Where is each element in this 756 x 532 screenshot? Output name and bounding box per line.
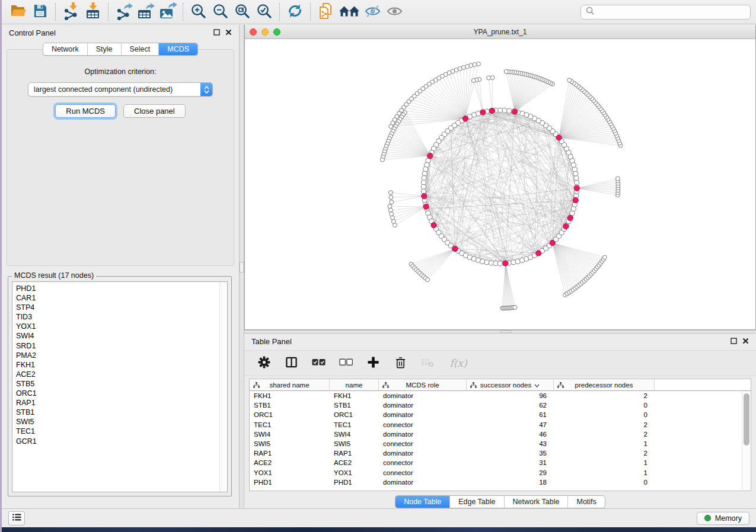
mcds-list-scrollbar[interactable] [219,282,227,492]
mcds-hub-node[interactable] [574,185,579,191]
show-column-panel-button[interactable] [283,355,299,371]
criterion-select[interactable]: largest connected component (undirected) [28,82,213,97]
add-column-button[interactable] [365,355,381,371]
tab-network-table[interactable]: Network Table [505,496,569,508]
mcds-result-item[interactable]: SWI5 [16,417,219,427]
column-header-name[interactable]: name [330,379,379,390]
column-header-MCDS-role[interactable]: MCDS role [379,379,467,390]
close-window-icon[interactable] [250,28,257,36]
mcds-result-item[interactable]: ORC1 [16,389,219,398]
zoom-in-button[interactable] [187,2,209,22]
tab-motifs[interactable]: Motifs [568,496,604,508]
close-panel-icon[interactable] [742,337,749,346]
mcds-result-list[interactable]: PHD1CAR1STP4TID3YOX1SWI4SRD1PMA2FKH1ACE2… [12,281,228,492]
mcds-hub-node[interactable] [503,261,508,266]
mcds-result-item[interactable]: YOX1 [16,322,219,331]
mcds-hub-node[interactable] [550,240,555,245]
save-session-button[interactable] [29,2,51,22]
table-row[interactable]: RAP1RAP1dominator352 [250,448,742,458]
open-file-button[interactable] [7,2,29,22]
mcds-hub-node[interactable] [452,246,458,251]
memory-button[interactable]: Memory [697,512,749,525]
float-panel-icon[interactable] [213,28,220,37]
mcds-hub-node[interactable] [480,110,486,115]
close-panel-button[interactable]: Close panel [123,104,186,118]
run-mcds-button[interactable]: Run MCDS [55,104,116,118]
tab-select[interactable]: Select [122,43,160,55]
zoom-out-button[interactable] [209,2,231,22]
mcds-result-item[interactable]: CAR1 [16,293,219,303]
deselect-all-columns-button[interactable] [338,355,353,371]
column-header-shared-name[interactable]: shared name [250,379,330,390]
tab-mcds[interactable]: MCDS [159,43,197,55]
export-image-button[interactable] [157,2,178,22]
network-canvas[interactable] [245,39,755,329]
mcds-result-item[interactable]: PMA2 [16,351,219,360]
export-table-button[interactable] [135,2,157,22]
mcds-hub-node[interactable] [563,224,569,229]
table-row[interactable]: YOX1YOX1connector291 [250,468,742,477]
zoom-fit-button[interactable] [231,2,253,22]
maximize-window-icon[interactable] [273,28,280,36]
mcds-hub-node[interactable] [423,204,429,209]
first-neighbors-button[interactable] [337,2,362,22]
mcds-result-item[interactable]: SRD1 [16,341,219,351]
table-scrollbar[interactable] [742,391,751,491]
close-panel-icon[interactable] [225,28,232,37]
mcds-result-item[interactable]: RAP1 [16,398,219,408]
sort-desc-icon[interactable] [534,382,540,389]
import-table-button[interactable] [82,2,104,22]
show-all-button[interactable] [384,2,406,22]
mcds-hub-node[interactable] [422,194,427,199]
search-input[interactable] [598,8,745,16]
column-header-predecessor-nodes[interactable]: predecessor nodes [554,379,655,390]
export-network-button[interactable] [113,2,135,22]
mcds-hub-node[interactable] [556,135,562,140]
splitter-grip[interactable] [240,262,244,273]
import-network-button[interactable] [60,2,82,22]
mcds-result-item[interactable]: GCR1 [16,437,219,446]
mcds-hub-node[interactable] [536,251,541,256]
mcds-result-item[interactable]: PHD1 [16,284,219,293]
table-row[interactable]: SWI4SWI4dominator462 [250,430,742,439]
mcds-hub-node[interactable] [428,153,433,158]
zoom-selected-button[interactable] [253,2,275,22]
select-all-columns-button[interactable] [311,355,326,371]
mcds-hub-node[interactable] [573,197,578,203]
delete-column-button[interactable] [393,355,408,371]
hide-selected-button[interactable] [362,2,384,22]
mcds-hub-node[interactable] [512,109,518,114]
mcds-result-item[interactable]: TID3 [16,312,219,322]
mcds-hub-node[interactable] [431,223,436,228]
mcds-result-item[interactable]: FKH1 [16,360,219,370]
tab-network[interactable]: Network [43,43,88,55]
vertical-splitter[interactable] [239,25,244,508]
mcds-result-item[interactable]: STB1 [16,408,219,417]
table-row[interactable]: TEC1TEC1connector472 [250,420,742,430]
scrollbar-thumb[interactable] [744,393,749,446]
table-settings-button[interactable] [256,355,272,371]
table-row[interactable]: FKH1FKH1dominator962 [250,391,742,400]
mcds-result-item[interactable]: TEC1 [16,427,219,436]
mcds-result-item[interactable]: SWI4 [16,331,219,341]
table-row[interactable]: ORC1ORC1dominator610 [250,410,742,419]
clone-network-button[interactable] [315,2,337,22]
apply-layout-button[interactable] [284,2,306,22]
splitter-grip[interactable] [500,331,511,333]
global-search-field[interactable] [580,5,751,20]
column-header-successor-nodes[interactable]: successor nodes [467,379,554,390]
tab-edge-table[interactable]: Edge Table [450,496,504,508]
mcds-result-item[interactable]: STP4 [16,303,219,312]
mcds-hub-node[interactable] [567,215,573,220]
minimize-window-icon[interactable] [261,28,269,36]
table-row[interactable]: PHD1PHD1dominator180 [250,477,742,487]
mcds-result-item[interactable]: STB5 [16,379,219,389]
tab-style[interactable]: Style [88,43,122,55]
mcds-result-item[interactable]: ACE2 [16,370,219,379]
network-view-titlebar[interactable]: YPA_prune.txt_1 [245,25,755,39]
table-row[interactable]: STB1STB1dominator620 [250,400,742,410]
show-task-history-button[interactable] [8,511,25,525]
float-panel-icon[interactable] [731,337,737,346]
mcds-hub-node[interactable] [489,108,495,113]
table-row[interactable]: ACE2ACE2connector311 [250,458,742,467]
